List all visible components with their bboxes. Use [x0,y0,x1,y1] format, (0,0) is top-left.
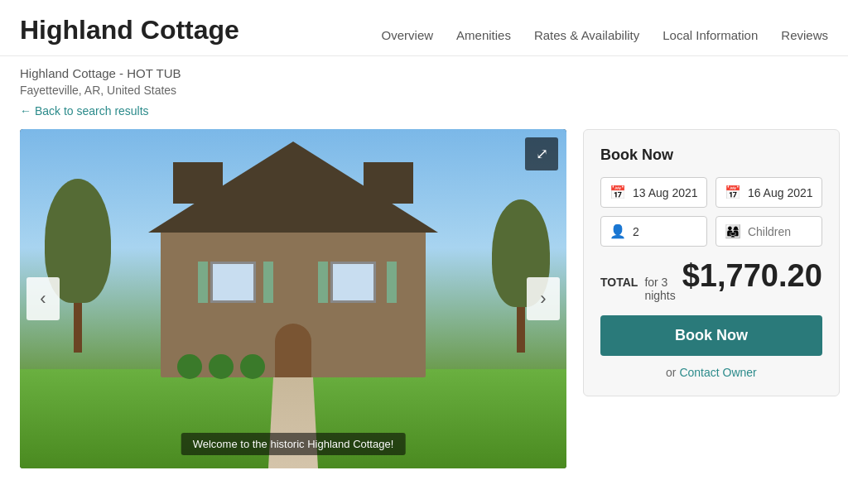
person-icon: 👤 [610,223,626,239]
shutter-r2 [387,262,397,303]
main-content: ‹ › ⤢ Welcome to the historic Highland C… [0,129,848,488]
tree-left [45,187,111,353]
bushes [177,354,265,379]
window-left [210,262,256,303]
contact-owner-link[interactable]: Contact Owner [679,366,756,379]
dormer-right [364,162,413,204]
shutter-l1 [198,262,208,303]
children-field[interactable]: 👨‍👩‍👧 [716,216,822,247]
shutter-l2 [318,262,328,303]
back-link[interactable]: ← Back to search results [20,104,149,118]
gallery-caption: Welcome to the historic Highland Cottage… [181,433,406,455]
image-gallery: ‹ › ⤢ Welcome to the historic Highland C… [20,129,566,468]
property-subtitle: Highland Cottage - HOT TUB [20,66,828,80]
property-title: Highland Cottage [20,15,239,46]
children-input[interactable] [748,225,813,238]
property-location: Fayetteville, AR, United States [20,84,828,97]
calendar-icon-checkin: 📅 [610,185,626,200]
window-right [330,262,376,303]
nav-overview[interactable]: Overview [382,28,434,42]
dormer-left [173,162,223,204]
header: Highland Cottage Overview Amenities Rate… [0,0,848,56]
guests-input[interactable] [633,225,698,238]
total-amount: $1,770.20 [682,258,822,294]
property-title-block: Highland Cottage [20,15,239,46]
contact-line: or Contact Owner [600,366,822,379]
shutter-r1 [263,262,273,303]
chevron-right-icon: › [540,288,546,310]
gallery-next-button[interactable]: › [527,277,560,320]
nav-local[interactable]: Local Information [662,28,758,42]
house-door [275,324,311,377]
checkout-field[interactable]: 📅 [716,177,822,208]
checkin-input[interactable] [633,186,698,199]
contact-prefix: or [666,366,676,379]
main-nav: Overview Amenities Rates & Availability … [382,15,828,55]
booking-title: Book Now [600,146,822,164]
gallery-prev-button[interactable]: ‹ [26,277,60,320]
nav-rates[interactable]: Rates & Availability [534,28,639,42]
guests-field[interactable]: 👤 [600,216,707,247]
total-nights: for 3 nights [644,276,675,302]
chevron-left-icon: ‹ [40,288,46,310]
booking-dates-row: 📅 📅 [600,177,822,208]
booking-widget: Book Now 📅 📅 👤 👨‍👩‍👧 TOTAL for [583,129,840,396]
total-label: TOTAL [600,276,638,289]
nav-reviews[interactable]: Reviews [781,28,828,42]
checkout-input[interactable] [748,186,813,199]
book-now-button[interactable]: Book Now [600,315,822,356]
total-section: TOTAL for 3 nights $1,770.20 [600,258,822,302]
calendar-icon-checkout: 📅 [725,185,741,200]
sub-header: Highland Cottage - HOT TUB Fayetteville,… [0,56,848,129]
family-icon: 👨‍👩‍👧 [725,223,741,239]
expand-icon: ⤢ [536,145,548,163]
gallery-expand-button[interactable]: ⤢ [525,137,558,170]
house-image [20,129,566,468]
checkin-field[interactable]: 📅 [600,177,707,208]
booking-guests-row: 👤 👨‍👩‍👧 [600,216,822,247]
nav-amenities[interactable]: Amenities [456,28,511,42]
